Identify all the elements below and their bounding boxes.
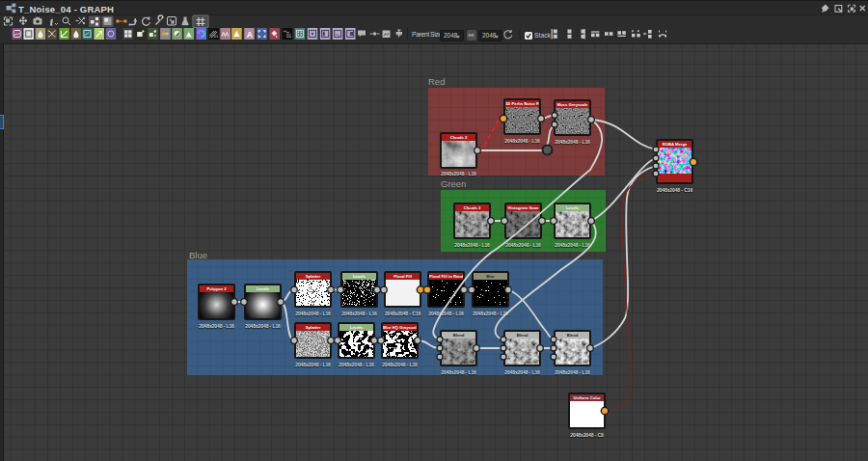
svg-text:01: 01 <box>214 34 219 39</box>
svg-text:01: 01 <box>286 34 292 39</box>
svg-text:i: i <box>50 17 53 27</box>
svg-text:A: A <box>247 30 253 40</box>
